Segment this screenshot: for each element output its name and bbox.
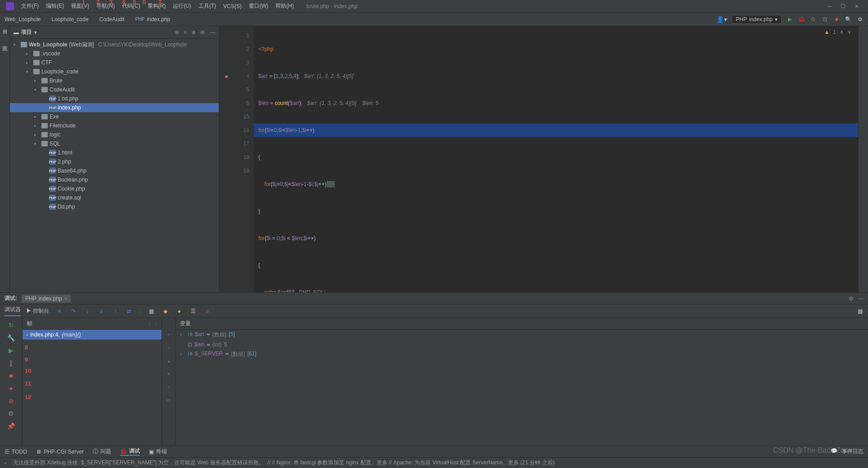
add-watch-icon[interactable]: + xyxy=(167,332,170,338)
up-icon[interactable]: ∧ xyxy=(840,29,844,35)
user-icon[interactable]: 👤▾ xyxy=(716,16,727,23)
tree-node[interactable]: ▸CTF xyxy=(10,58,219,67)
tree-node[interactable]: ▸Brute xyxy=(10,76,219,85)
dropdown-icon[interactable]: ▾ xyxy=(34,29,37,36)
tree-root[interactable]: ▾ Web_Loophole [Web漏洞] C:\Users\YK\Deskt… xyxy=(10,40,219,49)
tree-node[interactable]: PHPcreate.sql xyxy=(10,193,219,202)
tree-node[interactable]: PHPCookie.php xyxy=(10,184,219,193)
up-icon[interactable]: ▴ xyxy=(167,358,170,364)
down-icon[interactable]: ∨ xyxy=(847,29,851,35)
tree-node[interactable]: ▾Loophole_code xyxy=(10,67,219,76)
layout-icon[interactable]: ▦ xyxy=(856,308,864,315)
calculator-icon[interactable]: ▦ xyxy=(148,308,155,315)
tree-node[interactable]: PHPBase64.php xyxy=(10,166,219,175)
warning-icon[interactable]: ▲ xyxy=(824,29,829,35)
tree-node[interactable]: ▾SQL xyxy=(10,139,219,148)
debugger-tab[interactable]: 调试器 xyxy=(4,306,21,316)
breakpoint-column[interactable] xyxy=(219,27,230,292)
step-into-icon[interactable]: ↷ xyxy=(70,308,77,315)
tree-node[interactable]: PHPindex.php xyxy=(10,103,219,112)
breadcrumb-item[interactable]: Loophole_code xyxy=(52,16,89,23)
todo-tab[interactable]: ☰TODO xyxy=(4,449,27,455)
breadcrumb-item[interactable]: index.php xyxy=(147,16,170,23)
var-row[interactable]: ›⁝≡ $_SERVER = {数组} [61] xyxy=(175,349,868,359)
debug-icon[interactable]: 🐞 xyxy=(798,16,805,23)
close-icon[interactable]: ✕ xyxy=(855,3,859,9)
link-icon[interactable]: ∞ xyxy=(166,397,171,403)
evaluate-icon[interactable]: ⇄ xyxy=(126,308,133,315)
prev-frame-icon[interactable]: ↑ xyxy=(148,321,151,327)
tree-node[interactable]: PHP1.txt.php xyxy=(10,94,219,103)
collapse-icon[interactable]: ≢ xyxy=(191,29,196,36)
tree-node[interactable]: PHP2.php xyxy=(10,157,219,166)
structure-icon[interactable]: ⊞ xyxy=(3,28,7,35)
menu-help[interactable]: 帮助(H) xyxy=(272,2,297,10)
remove-watch-icon[interactable]: − xyxy=(167,345,170,351)
tree-node[interactable]: PHPDd.php xyxy=(10,202,219,211)
coverage-icon[interactable]: ⊙ xyxy=(810,16,817,23)
tree-node[interactable]: PHPBoolean.php xyxy=(10,175,219,184)
menu-view[interactable]: 视图(V) xyxy=(67,2,93,10)
tree-node[interactable]: ▾CodeAudit xyxy=(10,85,219,94)
breadcrumb-item[interactable]: Web_Loophole xyxy=(4,16,41,23)
debug-settings-icon[interactable]: ⚙ xyxy=(849,295,854,302)
next-frame-icon[interactable]: ↓ xyxy=(154,321,157,327)
frame-item[interactable]: ▫ index.php:4, {main}() xyxy=(22,330,162,340)
debug-session-tab[interactable]: PHP index.php× xyxy=(22,295,71,303)
terminal-tab[interactable]: ▣终端 xyxy=(149,448,167,455)
run-to-cursor-icon[interactable]: ↑ xyxy=(112,308,119,315)
breakpoint-list-icon[interactable]: ◆ xyxy=(162,308,169,315)
filter-icon[interactable]: ≡ xyxy=(203,308,211,315)
expand-icon[interactable]: ≡ xyxy=(184,29,187,36)
menu-tools[interactable]: 工具(T) xyxy=(195,2,220,10)
mute-icon[interactable]: ⊘ xyxy=(9,397,14,404)
console-tab[interactable]: ▶ 控制台 xyxy=(26,307,49,315)
tree-node[interactable]: ▸logic xyxy=(10,130,219,139)
profile-icon[interactable]: ⊡ xyxy=(821,16,828,23)
pause-icon[interactable]: ‖ xyxy=(9,359,13,367)
menu-edit[interactable]: 编辑(E) xyxy=(42,2,67,10)
down-icon[interactable]: ▾ xyxy=(167,371,170,377)
status-icon[interactable]: ▫ xyxy=(4,460,6,466)
locate-icon[interactable]: ⊕ xyxy=(175,29,179,36)
gear-icon[interactable]: ⚙ xyxy=(8,410,14,417)
menu-vcs[interactable]: VCS(S) xyxy=(220,3,245,9)
maximize-icon[interactable]: ☐ xyxy=(841,3,846,9)
stop-icon[interactable]: ■ xyxy=(833,16,840,23)
debug-tab[interactable]: 🐞调试 xyxy=(120,447,140,456)
settings-icon[interactable]: ⚙ xyxy=(856,16,864,23)
list-icon[interactable]: ☰ xyxy=(189,308,197,315)
mute-bp-icon[interactable]: ● xyxy=(175,308,183,315)
menu-file[interactable]: 文件(F) xyxy=(18,2,42,10)
code-text[interactable]: <?php $arr = [1,3,2,5,4]; $arr: {1, 3, 2… xyxy=(254,27,858,292)
tree-node[interactable]: ▸FileInclude xyxy=(10,121,219,130)
tree-node[interactable]: PHP1.html xyxy=(10,148,219,157)
hide-icon[interactable]: — xyxy=(210,29,215,36)
force-step-icon[interactable]: ⇓ xyxy=(98,308,105,315)
breadcrumb-item[interactable]: CodeAudit xyxy=(99,16,125,23)
debug-hide-icon[interactable]: — xyxy=(858,295,864,302)
gear-icon[interactable]: ⚙ xyxy=(200,29,205,36)
code-editor[interactable]: ▲1 ∧ ∨ 123 456 151617 1819 <?php $arr = … xyxy=(219,27,858,292)
pin-icon[interactable]: 📌 xyxy=(7,423,15,430)
tree-node[interactable]: ▸.vscode xyxy=(10,49,219,58)
menu-refactor[interactable]: 重构(R) xyxy=(144,2,170,10)
stop-icon[interactable]: ■ xyxy=(9,372,13,379)
copy-icon[interactable]: ▫ xyxy=(167,384,169,390)
tree-node[interactable]: ▸Exe xyxy=(10,112,219,121)
var-row[interactable]: ›⁝≡ $arr = {数组} [5] xyxy=(175,330,868,340)
php-cgi-tab[interactable]: 🖥PHP-CGI Server xyxy=(36,449,84,455)
menu-run[interactable]: 运行(U) xyxy=(169,2,195,10)
menu-window[interactable]: 窗口(W) xyxy=(245,2,272,10)
run-config-dropdown[interactable]: PHP index.php▾ xyxy=(732,15,782,24)
rerun-icon[interactable]: ↻ xyxy=(9,322,14,329)
step-out-icon[interactable]: ↓ xyxy=(84,308,91,315)
problems-tab[interactable]: ⓘ问题 xyxy=(93,448,111,455)
minimize-icon[interactable]: ─ xyxy=(828,3,832,9)
project-view-icon[interactable]: ▬ xyxy=(13,29,19,36)
search-icon[interactable]: 🔍 xyxy=(845,16,852,23)
resume-icon[interactable]: ▶ xyxy=(9,347,13,354)
step-over-icon[interactable]: ≡ xyxy=(56,308,63,315)
run-icon[interactable]: ▶ xyxy=(786,16,793,23)
view-bp-icon[interactable]: ● xyxy=(9,385,13,392)
